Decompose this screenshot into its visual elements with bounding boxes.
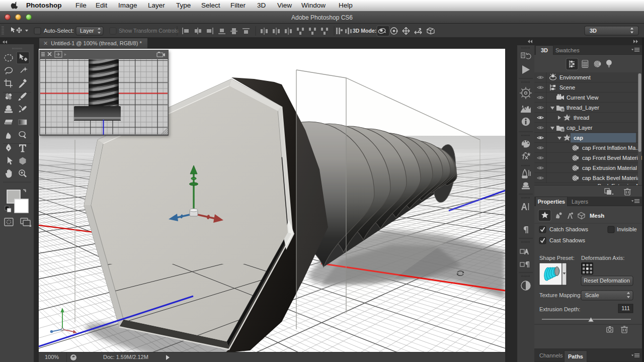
svg-text:Current View: Current View	[567, 95, 598, 101]
svg-text:cap_Layer: cap_Layer	[567, 125, 593, 131]
svg-text:cap Front Bevel Material: cap Front Bevel Material	[582, 155, 642, 161]
svg-text:cap Back Bevel Material: cap Back Bevel Material	[582, 175, 641, 181]
svg-text:Texture Mapping:: Texture Mapping:	[539, 292, 582, 298]
svg-text:thread: thread	[574, 115, 589, 121]
svg-text:Extrusion Depth:: Extrusion Depth:	[539, 306, 580, 312]
svg-text:Reset Deformation: Reset Deformation	[584, 278, 630, 284]
svg-text:Auto-Select:: Auto-Select:	[44, 28, 74, 34]
svg-text:thread_Layer: thread_Layer	[567, 105, 599, 111]
svg-text:cap: cap	[574, 135, 583, 141]
svg-text:Deformation Axis:: Deformation Axis:	[581, 255, 624, 261]
svg-text:cap Extrusion Material: cap Extrusion Material	[582, 165, 637, 171]
svg-text:Shape Preset:: Shape Preset:	[539, 255, 575, 261]
svg-text:3D Mode:: 3D Mode:	[353, 28, 376, 34]
svg-text:Show Transform Controls: Show Transform Controls	[119, 28, 178, 34]
svg-text:Layer: Layer	[80, 28, 94, 34]
svg-text:Invisible: Invisible	[617, 226, 637, 232]
svg-text:Mesh: Mesh	[590, 213, 604, 219]
svg-text:3D: 3D	[590, 28, 597, 34]
svg-text:Cast Shadows: Cast Shadows	[549, 237, 585, 243]
svg-text:Scene: Scene	[559, 84, 575, 90]
svg-text:Environment: Environment	[559, 74, 591, 80]
svg-text:111: 111	[621, 305, 630, 311]
svg-text:Catch Shadows: Catch Shadows	[549, 226, 589, 232]
svg-text:Scale: Scale	[585, 292, 599, 298]
svg-text:cap Front Inflation Ma...: cap Front Inflation Ma...	[582, 145, 640, 151]
